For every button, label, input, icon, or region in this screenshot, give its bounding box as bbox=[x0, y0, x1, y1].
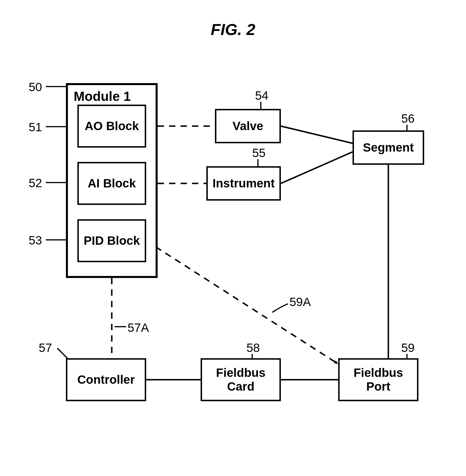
instrument-box: Instrument bbox=[206, 166, 281, 201]
ref-59A: 59A bbox=[289, 295, 311, 309]
svg-line-7 bbox=[57, 348, 67, 358]
svg-line-13 bbox=[281, 126, 353, 143]
ref-57: 57 bbox=[39, 341, 52, 355]
ref-50: 50 bbox=[29, 80, 42, 94]
ref-52: 52 bbox=[29, 176, 42, 190]
valve-box: Valve bbox=[215, 109, 281, 143]
controller-box: Controller bbox=[66, 358, 146, 401]
ref-53: 53 bbox=[29, 234, 42, 247]
ao-block: AO Block bbox=[77, 105, 146, 148]
svg-line-14 bbox=[281, 152, 353, 183]
diagram-container: Module 1 AO Block AI Block PID Block Val… bbox=[23, 83, 447, 427]
ai-block: AI Block bbox=[77, 162, 146, 205]
fieldbus-card-box: Fieldbus Card bbox=[201, 358, 281, 401]
segment-box: Segment bbox=[353, 130, 424, 165]
fieldbus-port-box: Fieldbus Port bbox=[338, 358, 418, 401]
ref-51: 51 bbox=[29, 120, 42, 134]
ref-58: 58 bbox=[246, 341, 260, 355]
figure-title: FIG. 2 bbox=[211, 20, 255, 39]
ref-59: 59 bbox=[401, 341, 415, 355]
ref-55: 55 bbox=[252, 146, 266, 160]
ref-54: 54 bbox=[255, 89, 269, 103]
pid-block: PID Block bbox=[77, 219, 146, 262]
ref-57A: 57A bbox=[128, 321, 149, 335]
module-title: Module 1 bbox=[74, 89, 131, 104]
ref-56: 56 bbox=[401, 112, 415, 126]
